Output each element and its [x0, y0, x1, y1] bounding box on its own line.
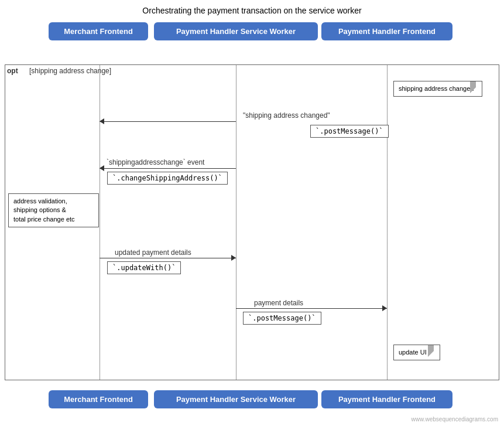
diagram-container: Orchestrating the payment transaction on…: [0, 0, 504, 426]
arrow1-label: "shipping address changed": [243, 111, 330, 120]
diagram-title: Orchestrating the payment transaction on…: [0, 0, 504, 20]
actor-payment-sw-bottom: Payment Handler Service Worker: [154, 390, 318, 408]
actor-payment-sw-top: Payment Handler Service Worker: [154, 22, 318, 40]
actor-payment-fe-bottom: Payment Handler Frontend: [321, 390, 452, 408]
arrow1-head: [100, 118, 104, 124]
method-updateWith: `.updateWith()`: [107, 261, 181, 274]
arrow2-label: `shippingaddresschange` event: [107, 158, 204, 166]
note-shipping-address-changed: shipping address changed: [393, 81, 482, 97]
arrow1-line: [100, 121, 236, 122]
arrow3-label: updated payment details: [115, 248, 191, 257]
actor-merchant-top: Merchant Frontend: [49, 22, 148, 40]
actor-payment-fe-top: Payment Handler Frontend: [321, 22, 452, 40]
method-postMessage2: `.postMessage()`: [243, 312, 321, 325]
method-postMessage1: `.postMessage()`: [310, 125, 389, 138]
actor-merchant-bottom: Merchant Frontend: [49, 390, 148, 408]
note-address-validation: address validation, shipping options & t…: [8, 193, 99, 227]
arrow2-line: [100, 168, 236, 169]
arrow4-label: payment details: [254, 299, 303, 307]
method-changeShipping: `.changeShippingAddress()`: [107, 172, 228, 185]
arrow3-head: [231, 255, 236, 261]
arrow4-head: [382, 305, 387, 311]
opt-guard: [shipping address change]: [29, 67, 111, 75]
note-update-ui: update UI: [393, 345, 440, 360]
arrow3-line: [100, 258, 236, 258]
opt-label: opt: [7, 67, 18, 75]
arrow2-head: [100, 165, 104, 171]
watermark: www.websequencediagrams.com: [412, 416, 498, 422]
arrow4-line: [236, 308, 387, 309]
